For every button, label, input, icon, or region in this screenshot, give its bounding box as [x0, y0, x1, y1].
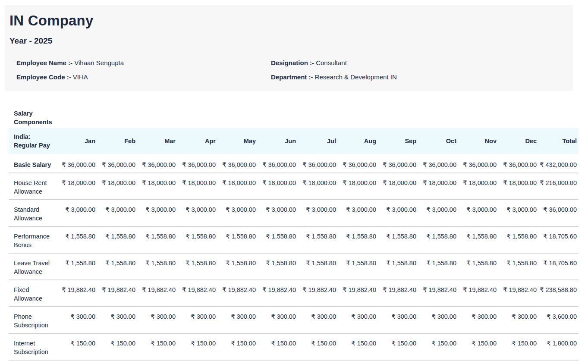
cell-value: ₹ 1,558.80 — [378, 253, 418, 280]
cell-value: ₹ 19,882.40 — [258, 280, 298, 307]
cell-value: ₹ 36,000.00 — [137, 155, 177, 173]
employee-fields: Employee Name :- Vihaan Sengupta Designa… — [9, 59, 563, 81]
cell-value: ₹ 150.00 — [217, 333, 258, 360]
cell-value: ₹ 1,558.80 — [498, 253, 538, 280]
cell-value: ₹ 36,000.00 — [378, 155, 418, 173]
row-label: House Rent Allowance — [9, 173, 57, 200]
cell-value: ₹ 19,882.40 — [498, 280, 538, 307]
column-header-nov: Nov — [458, 128, 498, 155]
cell-value: ₹ 1,558.80 — [57, 226, 97, 253]
salary-table-head: India: Regular Pay JanFebMarAprMayJunJul… — [9, 128, 579, 155]
cell-value: ₹ 238,588.80 — [538, 280, 579, 307]
cell-value: ₹ 18,000.00 — [217, 173, 258, 200]
cell-value: ₹ 36,000.00 — [298, 155, 338, 173]
cell-value: ₹ 19,882.40 — [57, 280, 97, 307]
cell-value: ₹ 36,000.00 — [418, 155, 458, 173]
year-label: Year - 2025 — [9, 36, 563, 46]
cell-value: ₹ 300.00 — [57, 307, 97, 333]
table-row: Leave Travel Allowance₹ 1,558.80₹ 1,558.… — [9, 253, 579, 280]
cell-value: ₹ 1,558.80 — [378, 226, 418, 253]
salary-table: India: Regular Pay JanFebMarAprMayJunJul… — [9, 128, 579, 361]
cell-value: ₹ 300.00 — [458, 307, 498, 333]
cell-value: ₹ 3,000.00 — [137, 200, 177, 226]
cell-value: ₹ 1,558.80 — [498, 226, 538, 253]
cell-value: ₹ 36,000.00 — [57, 155, 97, 173]
department-label: Department :- — [271, 73, 313, 81]
cell-value: ₹ 19,882.40 — [418, 280, 458, 307]
column-header-sep: Sep — [378, 128, 418, 155]
table-row: Performance Bonus₹ 1,558.80₹ 1,558.80₹ 1… — [9, 226, 579, 253]
table-row: Standard Allowance₹ 3,000.00₹ 3,000.00₹ … — [9, 200, 579, 226]
cell-value: ₹ 3,000.00 — [177, 200, 217, 226]
cell-value: ₹ 150.00 — [258, 333, 298, 360]
row-label: Performance Bonus — [9, 226, 57, 253]
report-header-card: IN Company Year - 2025 Employee Name :- … — [5, 5, 573, 91]
cell-value: ₹ 3,000.00 — [458, 200, 498, 226]
cell-value: ₹ 1,558.80 — [258, 253, 298, 280]
cell-value: ₹ 1,558.80 — [258, 226, 298, 253]
cell-value: ₹ 18,000.00 — [378, 173, 418, 200]
cell-value: ₹ 18,000.00 — [177, 173, 217, 200]
cell-value: ₹ 36,000.00 — [458, 155, 498, 173]
cell-value: ₹ 19,882.40 — [458, 280, 498, 307]
cell-value: ₹ 150.00 — [378, 333, 418, 360]
cell-value: ₹ 18,000.00 — [258, 173, 298, 200]
employee-name-label: Employee Name :- — [16, 59, 72, 66]
cell-value: ₹ 150.00 — [97, 333, 137, 360]
cell-value: ₹ 3,000.00 — [498, 200, 538, 226]
cell-value: ₹ 36,000.00 — [177, 155, 217, 173]
cell-value: ₹ 150.00 — [298, 333, 338, 360]
salary-table-body: Basic Salary₹ 36,000.00₹ 36,000.00₹ 36,0… — [9, 155, 579, 361]
cell-value: ₹ 300.00 — [258, 307, 298, 333]
table-row: Basic Salary₹ 36,000.00₹ 36,000.00₹ 36,0… — [9, 155, 579, 173]
table-header-row: India: Regular Pay JanFebMarAprMayJunJul… — [9, 128, 579, 155]
cell-value: ₹ 1,558.80 — [338, 253, 378, 280]
cell-value: ₹ 150.00 — [137, 333, 177, 360]
cell-value: ₹ 3,000.00 — [298, 200, 338, 226]
cell-value: ₹ 1,558.80 — [137, 253, 177, 280]
column-header-jan: Jan — [57, 128, 97, 155]
cell-value: ₹ 19,882.40 — [217, 280, 258, 307]
column-header-feb: Feb — [97, 128, 137, 155]
cell-value: ₹ 1,558.80 — [298, 226, 338, 253]
cell-value: ₹ 1,558.80 — [217, 226, 258, 253]
column-header-aug: Aug — [338, 128, 378, 155]
employee-code-value: VIHA — [73, 73, 88, 81]
cell-value: ₹ 3,000.00 — [97, 200, 137, 226]
cell-value: ₹ 19,882.40 — [298, 280, 338, 307]
cell-value: ₹ 300.00 — [298, 307, 338, 333]
salary-report: Salary Components India: Regular Pay Jan… — [9, 109, 579, 361]
cell-value: ₹ 300.00 — [418, 307, 458, 333]
column-header-dec: Dec — [498, 128, 538, 155]
company-title: IN Company — [9, 12, 563, 29]
column-header-may: May — [217, 128, 258, 155]
cell-value: ₹ 19,882.40 — [97, 280, 137, 307]
cell-value: ₹ 1,558.80 — [418, 226, 458, 253]
row-label: Internet Subscription — [9, 333, 57, 360]
department-value: Research & Development IN — [315, 73, 397, 81]
column-header-jul: Jul — [298, 128, 338, 155]
cell-value: ₹ 216,000.00 — [538, 173, 579, 200]
cell-value: ₹ 1,558.80 — [458, 226, 498, 253]
employee-name-value: Vihaan Sengupta — [74, 59, 124, 66]
cell-value: ₹ 18,000.00 — [298, 173, 338, 200]
cell-value: ₹ 1,558.80 — [97, 226, 137, 253]
cell-value: ₹ 3,000.00 — [258, 200, 298, 226]
group-header: India: Regular Pay — [9, 128, 57, 155]
column-header-jun: Jun — [258, 128, 298, 155]
cell-value: ₹ 19,882.40 — [137, 280, 177, 307]
cell-value: ₹ 1,558.80 — [137, 226, 177, 253]
cell-value: ₹ 18,000.00 — [498, 173, 538, 200]
column-header-total: Total — [538, 128, 579, 155]
cell-value: ₹ 1,558.80 — [458, 253, 498, 280]
cell-value: ₹ 36,000.00 — [258, 155, 298, 173]
column-header-oct: Oct — [418, 128, 458, 155]
cell-value: ₹ 3,600.00 — [538, 307, 579, 333]
cell-value: ₹ 18,000.00 — [97, 173, 137, 200]
department-field: Department :- Research & Development IN — [271, 73, 563, 81]
table-row: House Rent Allowance₹ 18,000.00₹ 18,000.… — [9, 173, 579, 200]
cell-value: ₹ 18,000.00 — [338, 173, 378, 200]
cell-value: ₹ 1,558.80 — [97, 253, 137, 280]
cell-value: ₹ 18,000.00 — [418, 173, 458, 200]
cell-value: ₹ 300.00 — [498, 307, 538, 333]
